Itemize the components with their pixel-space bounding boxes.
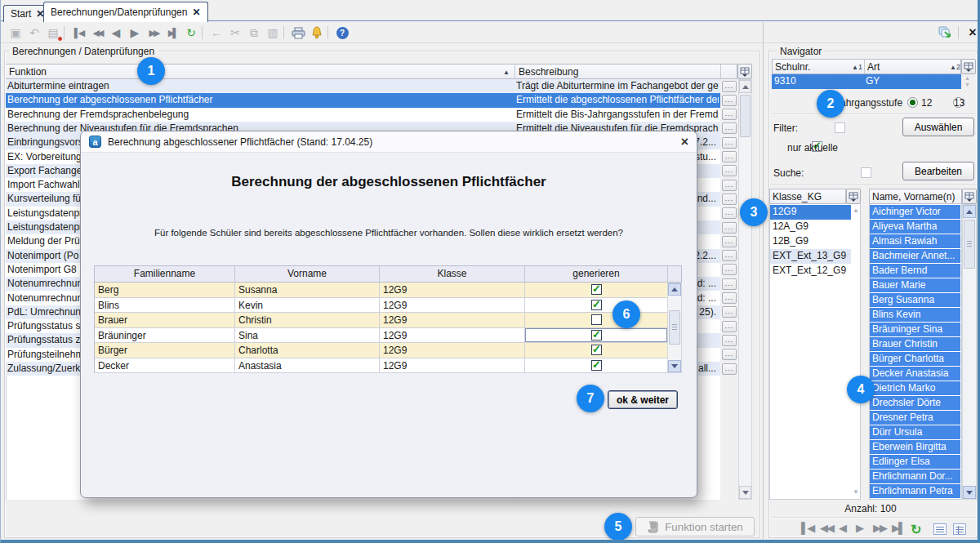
save-icon[interactable]: ▣ xyxy=(7,24,24,41)
student-row[interactable]: BrauerChristin12G9 xyxy=(94,313,667,328)
function-row[interactable]: Berechnung der abgeschlossenen Pflichtfä… xyxy=(6,93,720,107)
suche-checkbox[interactable] xyxy=(861,167,871,178)
student-list-item[interactable]: Dresner Petra xyxy=(870,411,960,425)
copy-icon[interactable]: ⧉ xyxy=(246,24,262,41)
tab-berechnungen-close-icon[interactable]: ✕ xyxy=(192,7,200,17)
bell-icon[interactable] xyxy=(309,24,325,41)
fast-rewind-icon[interactable]: ◀◀ xyxy=(820,522,833,534)
last-record-icon[interactable]: ▶▌ xyxy=(892,522,904,534)
column-header-art[interactable]: Art ▲2 xyxy=(864,60,962,73)
column-header-vorname[interactable]: Vorname xyxy=(235,266,380,282)
refresh-icon[interactable]: ↻ xyxy=(183,24,199,41)
row-details-button[interactable]: ... xyxy=(722,292,737,304)
row-details-button[interactable]: ... xyxy=(722,264,737,275)
row-details-button[interactable]: ... xyxy=(722,194,737,205)
kg-list-item[interactable]: EXT_Ext_12_G9 xyxy=(770,264,851,278)
row-details-button[interactable]: ... xyxy=(722,95,737,106)
function-row[interactable]: Berechnung der FremdsprachenbelegungErmi… xyxy=(6,108,720,122)
generieren-checkbox[interactable] xyxy=(591,314,602,325)
student-list-item[interactable]: Bauer Marie xyxy=(870,278,960,292)
student-list-item[interactable]: Almasi Rawiah xyxy=(870,234,960,248)
list-view-icon[interactable] xyxy=(933,523,947,535)
student-list-item[interactable]: Ehrlichmann Dor... xyxy=(870,470,960,483)
kg-list-header[interactable]: Klasse_KG xyxy=(769,189,846,204)
help-icon[interactable]: ? xyxy=(334,24,350,41)
name-list-scrollbar[interactable] xyxy=(962,204,977,500)
generieren-checkbox[interactable] xyxy=(591,345,602,355)
student-list-item[interactable]: Edlinger Elsa xyxy=(870,455,960,469)
student-list-item[interactable]: Decker Anastasia xyxy=(870,367,960,381)
back-arrow-icon[interactable]: ← xyxy=(208,24,225,41)
student-list-item[interactable]: Bachmeier Annet... xyxy=(870,249,960,263)
next-record-icon[interactable]: ▶ xyxy=(856,522,862,534)
row-details-button[interactable]: ... xyxy=(722,137,737,149)
kg-scroll-down-icon[interactable]: ▼ xyxy=(853,488,859,496)
dialog-table-scrollbar[interactable] xyxy=(667,283,682,373)
generieren-checkbox[interactable] xyxy=(591,360,602,371)
student-list-item[interactable]: Eberwein Birgitta xyxy=(870,440,960,454)
form-report-icon[interactable]: ▤ xyxy=(45,24,61,41)
student-list-item[interactable]: Bräuninger Sina xyxy=(870,323,960,336)
row-details-button[interactable]: ... xyxy=(722,109,737,120)
kg-list-item[interactable]: 12B_G9 xyxy=(770,234,851,249)
generieren-checkbox[interactable] xyxy=(591,284,602,295)
kg-list-item[interactable]: EXT_Ext_13_G9 xyxy=(770,249,851,264)
column-header-familienname[interactable]: Familienname xyxy=(95,266,235,282)
first-record-icon[interactable]: ▌◀ xyxy=(70,24,87,41)
student-list-item[interactable]: Aliyeva Martha xyxy=(870,220,960,234)
student-list-item[interactable]: Berg Susanna xyxy=(870,293,960,307)
student-row[interactable]: BürgerCharlotta12G9 xyxy=(94,343,667,358)
student-row[interactable]: BräuningerSina12G9 xyxy=(94,328,667,344)
refresh-icon[interactable]: ↻ xyxy=(911,522,921,537)
dialog-title-bar[interactable]: a Berechnung abgeschlossener Pflichtfäch… xyxy=(81,131,697,153)
scrollbar-thumb[interactable] xyxy=(740,95,751,137)
generieren-checkbox[interactable] xyxy=(591,330,602,340)
previous-record-icon[interactable]: ◀ xyxy=(839,522,845,534)
student-list-item[interactable]: Aichinger Victor xyxy=(870,205,960,219)
row-details-button[interactable]: ... xyxy=(722,122,737,134)
row-details-button[interactable]: ... xyxy=(722,236,737,247)
row-details-button[interactable]: ... xyxy=(722,250,737,261)
close-view-icon[interactable]: × xyxy=(964,24,980,41)
undo-icon[interactable]: ↶ xyxy=(26,24,42,41)
school-column-picker-button[interactable] xyxy=(961,59,976,74)
ok-weiter-button[interactable]: ok & weiter xyxy=(608,390,678,409)
paste-icon[interactable]: ▥ xyxy=(265,24,281,41)
row-details-button[interactable]: ... xyxy=(722,165,737,176)
row-details-button[interactable]: ... xyxy=(722,306,737,318)
name-column-picker-button[interactable] xyxy=(962,189,977,204)
column-header-klasse[interactable]: Klasse xyxy=(380,266,525,282)
name-list-header[interactable]: Name, Vorname(n) xyxy=(869,189,962,204)
row-details-button[interactable]: ... xyxy=(722,278,737,290)
kg-list-item[interactable]: 12G9 xyxy=(770,205,851,220)
column-picker-button[interactable] xyxy=(737,64,752,79)
column-header-generieren[interactable]: generieren xyxy=(525,266,668,282)
funktion-starten-button[interactable]: Funktion starten xyxy=(635,517,755,536)
row-details-button[interactable]: ... xyxy=(722,81,737,92)
row-details-button[interactable]: ... xyxy=(722,321,737,332)
next-record-icon[interactable]: ▶ xyxy=(127,24,143,41)
scroll-up-button[interactable] xyxy=(739,80,751,93)
generieren-checkbox[interactable] xyxy=(591,300,602,310)
detail-list-view-icon[interactable] xyxy=(953,523,966,535)
fast-forward-icon[interactable]: ▶▶ xyxy=(145,24,162,41)
function-row[interactable]: Abiturtermine eintragenTrägt die Abiturt… xyxy=(6,79,720,93)
student-list-item[interactable]: Ehrlichmann Petra xyxy=(870,484,960,498)
auswaehlen-button[interactable]: Auswählen xyxy=(902,118,974,136)
school-list-scroll-icons[interactable]: ▲▼ xyxy=(964,75,970,88)
student-list-item[interactable]: Bürger Charlotta xyxy=(870,352,960,366)
student-list-item[interactable]: Drechsler Dörte xyxy=(870,396,960,410)
column-header-beschreibung[interactable]: Beschreibung xyxy=(514,65,720,78)
student-list-item[interactable]: Blins Kevin xyxy=(870,308,960,322)
row-details-button[interactable]: ... xyxy=(722,349,737,360)
bearbeiten-button[interactable]: Bearbeiten xyxy=(902,162,974,180)
filter-checkbox[interactable] xyxy=(835,122,845,133)
student-list-item[interactable]: Dietrich Marko xyxy=(870,381,960,395)
dialog-close-icon[interactable]: × xyxy=(681,136,688,149)
last-record-icon[interactable]: ▶▌ xyxy=(164,24,180,41)
column-header-funktion[interactable]: Funktion ▲ xyxy=(6,65,514,78)
student-row[interactable]: DeckerAnastasia12G9 xyxy=(94,358,667,374)
school-row[interactable]: 9310 GY xyxy=(772,74,961,89)
open-in-new-window-icon[interactable] xyxy=(937,24,953,41)
student-list-item[interactable]: Brauer Christin xyxy=(870,337,960,351)
